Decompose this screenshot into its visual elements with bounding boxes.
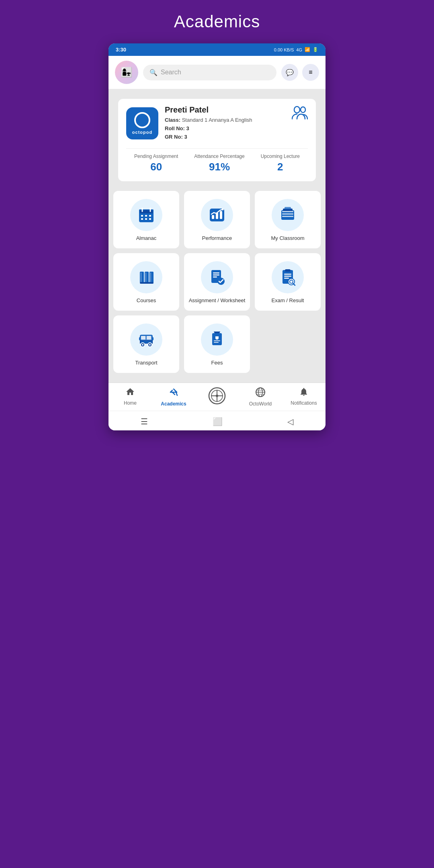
nav-item-octoplus[interactable] bbox=[201, 387, 233, 408]
pending-label: Pending Assignment bbox=[134, 154, 178, 159]
performance-icon-circle bbox=[201, 199, 233, 231]
system-menu-button[interactable]: ☰ bbox=[141, 417, 148, 426]
nav-home-label: Home bbox=[124, 400, 137, 406]
svg-rect-11 bbox=[145, 218, 147, 220]
courses-label: Courses bbox=[137, 297, 156, 304]
svg-rect-30 bbox=[150, 272, 151, 282]
search-placeholder: Search bbox=[161, 69, 181, 76]
pending-value: 60 bbox=[134, 161, 178, 173]
svg-point-53 bbox=[149, 344, 151, 346]
page-title: Academics bbox=[174, 12, 260, 31]
assignment-icon-circle bbox=[201, 261, 233, 293]
phone-frame: 3:30 0.00 KB/S 4G 📶 🔋 👩‍👧 🔍 Search 💬 ≡ bbox=[108, 43, 326, 430]
home-icon bbox=[125, 387, 135, 399]
svg-rect-55 bbox=[152, 337, 154, 340]
academics-icon bbox=[168, 387, 179, 400]
svg-rect-22 bbox=[282, 213, 293, 215]
svg-point-68 bbox=[216, 395, 218, 397]
people-icon bbox=[292, 105, 308, 123]
status-time: 3:30 bbox=[116, 47, 126, 53]
chat-button[interactable]: 💬 bbox=[281, 64, 298, 81]
my-classroom-label: My Classroom bbox=[271, 235, 304, 242]
almanac-label: Almanac bbox=[136, 235, 157, 242]
profile-card: octopod Preeti Patel Class: Standard 1 A… bbox=[118, 99, 316, 181]
svg-point-0 bbox=[294, 106, 300, 113]
svg-point-51 bbox=[142, 344, 143, 346]
stats-row: Pending Assignment 60 Attendance Percent… bbox=[126, 148, 308, 173]
upcoming-label: Upcoming Lecture bbox=[261, 154, 300, 159]
my-classroom-icon-circle bbox=[272, 199, 304, 231]
menu-icon: ≡ bbox=[309, 69, 312, 76]
octopod-text: octopod bbox=[132, 130, 152, 135]
grid-item-almanac[interactable]: Almanac bbox=[113, 191, 179, 248]
svg-rect-26 bbox=[149, 272, 154, 283]
svg-rect-38 bbox=[284, 274, 291, 275]
grid-placeholder bbox=[255, 315, 321, 373]
nav-item-home[interactable]: Home bbox=[114, 387, 146, 408]
chat-icon: 💬 bbox=[286, 69, 294, 76]
svg-rect-12 bbox=[149, 218, 151, 220]
nav-item-academics[interactable]: Academics bbox=[158, 387, 190, 408]
bottom-nav: Home Academics bbox=[108, 383, 326, 411]
header-icons: 💬 ≡ bbox=[281, 64, 319, 81]
stat-attendance: Attendance Percentage 91% bbox=[194, 154, 244, 173]
grid-item-assignment-worksheet[interactable]: Assignment / Worksheet bbox=[184, 253, 250, 311]
exam-result-label: Exam / Result bbox=[272, 297, 304, 304]
network-speed: 0.00 KB/S bbox=[274, 47, 294, 52]
search-bar[interactable]: 🔍 Search bbox=[143, 65, 276, 80]
svg-rect-37 bbox=[285, 269, 291, 272]
svg-rect-21 bbox=[282, 211, 293, 212]
fees-label: Fees bbox=[211, 360, 223, 366]
grid-row-3: Transport Fees bbox=[113, 315, 321, 373]
svg-rect-33 bbox=[213, 274, 219, 276]
svg-rect-40 bbox=[284, 278, 289, 279]
signal-icon: 📶 bbox=[305, 47, 310, 52]
svg-rect-46 bbox=[141, 336, 145, 340]
profile-roll: Roll No: 3 bbox=[165, 125, 252, 133]
top-header: 👩‍👧 🔍 Search 💬 ≡ bbox=[108, 56, 326, 89]
svg-rect-20 bbox=[285, 207, 291, 209]
svg-rect-28 bbox=[141, 272, 141, 282]
svg-point-1 bbox=[301, 107, 305, 113]
octopod-logo: octopod bbox=[126, 107, 158, 139]
octoworld-icon bbox=[255, 387, 266, 400]
profile-info-row: octopod Preeti Patel Class: Standard 1 A… bbox=[126, 105, 252, 141]
menu-button[interactable]: ≡ bbox=[302, 64, 319, 81]
grid-item-my-classroom[interactable]: My Classroom bbox=[255, 191, 321, 248]
grid-item-exam-result[interactable]: Exam / Result bbox=[255, 253, 321, 311]
svg-rect-29 bbox=[145, 272, 146, 282]
svg-rect-47 bbox=[147, 336, 151, 340]
svg-rect-32 bbox=[213, 272, 219, 274]
grid-item-fees[interactable]: Fees bbox=[184, 315, 250, 373]
avatar-image: 👩‍👧 bbox=[115, 61, 138, 84]
grid-item-performance[interactable]: Performance bbox=[184, 191, 250, 248]
nav-notifications-label: Notifications bbox=[291, 400, 317, 406]
grid-section: Almanac Performance bbox=[108, 186, 326, 383]
svg-rect-27 bbox=[140, 282, 154, 284]
transport-label: Transport bbox=[135, 360, 157, 366]
svg-rect-23 bbox=[282, 216, 293, 217]
nav-item-octoworld[interactable]: OctoWorld bbox=[244, 387, 276, 408]
svg-rect-54 bbox=[139, 337, 141, 340]
profile-class: Class: Standard 1 Annanya A English bbox=[165, 116, 252, 125]
status-bar: 3:30 0.00 KB/S 4G 📶 🔋 bbox=[108, 43, 326, 56]
svg-rect-10 bbox=[141, 218, 143, 220]
svg-rect-8 bbox=[145, 215, 147, 217]
svg-rect-34 bbox=[213, 276, 217, 278]
avatar[interactable]: 👩‍👧 bbox=[115, 61, 138, 84]
grid-item-courses[interactable]: Courses bbox=[113, 253, 179, 311]
transport-icon-circle bbox=[130, 323, 162, 356]
system-back-button[interactable]: ◁ bbox=[287, 417, 293, 426]
assignment-label: Assignment / Worksheet bbox=[189, 297, 246, 304]
svg-rect-14 bbox=[212, 215, 214, 219]
attendance-label: Attendance Percentage bbox=[194, 154, 244, 159]
svg-line-43 bbox=[293, 283, 295, 285]
svg-rect-58 bbox=[214, 342, 219, 343]
stat-pending: Pending Assignment 60 bbox=[134, 154, 178, 173]
svg-point-17 bbox=[222, 209, 224, 211]
system-home-button[interactable]: ⬜ bbox=[213, 417, 223, 426]
grid-row-1: Almanac Performance bbox=[113, 191, 321, 248]
svg-rect-16 bbox=[220, 211, 222, 219]
grid-item-transport[interactable]: Transport bbox=[113, 315, 179, 373]
nav-item-notifications[interactable]: Notifications bbox=[288, 387, 320, 408]
